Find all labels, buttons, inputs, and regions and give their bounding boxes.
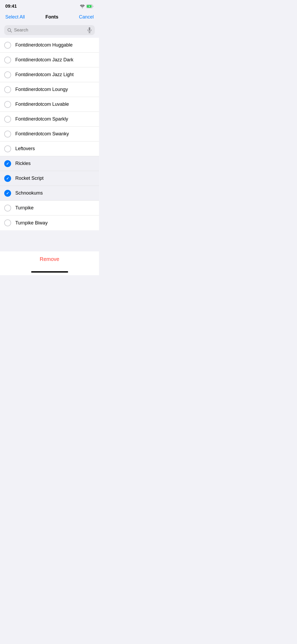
- checkbox-checked: ✓: [4, 160, 11, 167]
- list-item[interactable]: Fontdinerdotcom Jazz Dark: [0, 53, 99, 67]
- checkbox-checked: ✓: [4, 175, 11, 182]
- status-bar: 09:41: [0, 0, 99, 12]
- font-name-label: Turnpike: [15, 205, 34, 211]
- battery-icon: [86, 4, 94, 8]
- checkbox-unchecked: [4, 101, 11, 108]
- wifi-icon: [80, 5, 85, 8]
- cancel-button[interactable]: Cancel: [79, 14, 94, 20]
- search-icon: [7, 28, 12, 33]
- home-bar: [31, 271, 68, 273]
- remove-button[interactable]: Remove: [40, 256, 59, 262]
- checkmark-icon: ✓: [6, 177, 9, 180]
- font-name-label: Fontdinerdotcom Jazz Light: [15, 72, 74, 77]
- font-name-label: Fontdinerdotcom Loungy: [15, 87, 68, 92]
- checkbox-unchecked: [4, 219, 11, 226]
- bottom-wrapper: Remove: [0, 230, 99, 275]
- font-name-label: Leftovers: [15, 146, 35, 151]
- font-name-label: Fontdinerdotcom Jazz Dark: [15, 57, 73, 63]
- list-item[interactable]: ✓Rocket Script: [0, 171, 99, 186]
- font-name-label: Fontdinerdotcom Huggable: [15, 42, 73, 48]
- list-item[interactable]: Fontdinerdotcom Loungy: [0, 82, 99, 97]
- checkbox-checked: ✓: [4, 190, 11, 197]
- font-name-label: Fontdinerdotcom Swanky: [15, 131, 69, 137]
- list-item[interactable]: Turnpike: [0, 201, 99, 215]
- font-name-label: Fontdinerdotcom Sparkly: [15, 116, 68, 122]
- home-indicator: [0, 267, 99, 275]
- search-container: [0, 23, 99, 38]
- list-item[interactable]: Fontdinerdotcom Jazz Light: [0, 67, 99, 82]
- status-icons: [80, 4, 94, 8]
- page-wrapper: 09:41 Select All Fonts Cancel: [0, 0, 99, 275]
- checkmark-icon: ✓: [6, 162, 9, 165]
- font-name-label: Rocket Script: [15, 176, 44, 181]
- checkbox-unchecked: [4, 131, 11, 137]
- checkbox-unchecked: [4, 116, 11, 123]
- list-item[interactable]: Turnpike Biway: [0, 215, 99, 230]
- checkbox-unchecked: [4, 71, 11, 78]
- list-item[interactable]: ✓Schnookums: [0, 186, 99, 201]
- font-list: Fontdinerdotcom HuggableFontdinerdotcom …: [0, 38, 99, 230]
- list-item[interactable]: Fontdinerdotcom Luvable: [0, 97, 99, 112]
- list-item[interactable]: Fontdinerdotcom Sparkly: [0, 112, 99, 127]
- list-item[interactable]: Fontdinerdotcom Huggable: [0, 38, 99, 53]
- font-name-label: Fontdinerdotcom Luvable: [15, 102, 69, 107]
- mic-icon: [87, 27, 92, 33]
- bottom-area: [0, 230, 99, 251]
- checkbox-unchecked: [4, 57, 11, 63]
- nav-bar: Select All Fonts Cancel: [0, 12, 99, 23]
- svg-line-3: [10, 31, 12, 32]
- select-all-button[interactable]: Select All: [5, 14, 25, 20]
- remove-section: Remove: [0, 251, 99, 267]
- checkbox-unchecked: [4, 42, 11, 49]
- list-item[interactable]: Leftovers: [0, 141, 99, 156]
- list-item[interactable]: ✓Rickles: [0, 156, 99, 171]
- font-name-label: Rickles: [15, 161, 31, 166]
- checkbox-unchecked: [4, 145, 11, 152]
- page-title: Fonts: [45, 14, 58, 20]
- status-time: 09:41: [5, 4, 17, 9]
- checkmark-icon: ✓: [6, 191, 9, 195]
- font-name-label: Turnpike Biway: [15, 220, 48, 226]
- list-item[interactable]: Fontdinerdotcom Swanky: [0, 127, 99, 141]
- search-bar: [4, 25, 95, 35]
- font-list-section: Fontdinerdotcom HuggableFontdinerdotcom …: [0, 38, 99, 230]
- font-name-label: Schnookums: [15, 190, 43, 196]
- checkbox-unchecked: [4, 205, 11, 211]
- svg-rect-4: [89, 27, 90, 31]
- search-input[interactable]: [14, 27, 85, 33]
- checkbox-unchecked: [4, 86, 11, 93]
